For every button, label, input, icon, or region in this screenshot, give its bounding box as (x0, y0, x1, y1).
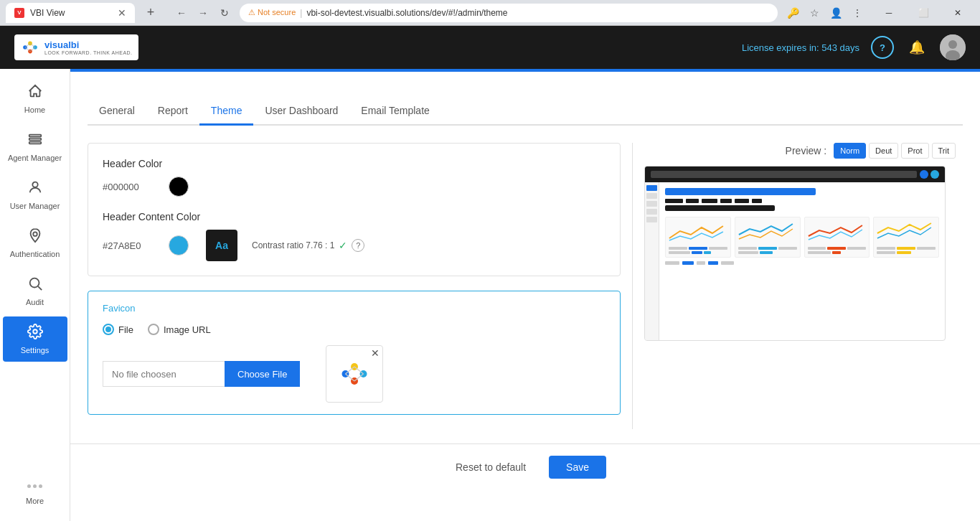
mockup-body (645, 182, 945, 340)
tab-email-template[interactable]: Email Template (349, 98, 440, 126)
url-text: vbi-sol-devtest.visualbi.solutions/dev/#… (306, 8, 507, 18)
choose-file-button[interactable]: Choose File (225, 361, 300, 387)
preview-mode-prot[interactable]: Prot (901, 143, 928, 159)
sidebar-item-home[interactable]: Home (3, 76, 67, 121)
sidebar-item-agent-manager[interactable]: Agent Manager (3, 124, 67, 169)
svg-point-15 (32, 182, 37, 187)
mockup-card-2 (735, 217, 801, 258)
header-color-controls: #000000 (103, 177, 606, 197)
reset-button[interactable]: Reset to default (444, 456, 537, 479)
logo-icon (20, 37, 40, 57)
tab-report[interactable]: Report (146, 98, 199, 126)
tab-close-icon[interactable]: ✕ (118, 7, 126, 19)
browser-actions: 🔑 ☆ 👤 ⋮ (783, 4, 867, 22)
forward-button[interactable]: → (194, 4, 212, 22)
svg-rect-12 (29, 135, 41, 137)
favicon-preview-close-icon[interactable]: ✕ (371, 347, 380, 359)
image-url-radio[interactable]: Image URL (148, 324, 211, 335)
authentication-icon (27, 227, 43, 247)
profile-icon[interactable]: 👤 (826, 4, 845, 22)
mockup-chip (735, 199, 749, 203)
back-button[interactable]: ← (172, 4, 191, 22)
contrast-help-icon[interactable]: ? (352, 239, 364, 252)
tab-user-dashboard[interactable]: User Dashboard (253, 98, 349, 126)
browser-chrome: V VBI View ✕ + ← → ↻ ⚠ Not secure | vbi-… (0, 0, 980, 26)
right-column: Preview : Norm Deut Prot Trit (633, 143, 963, 429)
notification-bell-icon[interactable]: 🔔 (905, 36, 928, 59)
maximize-button[interactable]: ⬜ (907, 0, 940, 26)
sidebar: Home Agent Manager (0, 69, 70, 521)
save-button[interactable]: Save (549, 456, 606, 479)
logo-text: visualbi LOOK FORWARD. THINK AHEAD. (44, 39, 133, 55)
refresh-button[interactable]: ↻ (215, 4, 234, 22)
header-content-color-swatch[interactable] (169, 235, 189, 255)
svg-point-16 (33, 232, 37, 236)
app-header: visualbi LOOK FORWARD. THINK AHEAD. Lice… (0, 26, 980, 69)
svg-point-19 (33, 329, 37, 334)
favicon-preview: ✕ (326, 345, 383, 403)
address-bar[interactable]: ⚠ Not secure | vbi-sol-devtest.visualbi.… (240, 4, 778, 22)
audit-icon (27, 276, 43, 295)
help-button[interactable]: ? (871, 36, 894, 59)
tabs: General Report Theme User Dashboard Emai… (88, 98, 963, 126)
new-tab-button[interactable]: + (141, 3, 161, 23)
preview-mode-norm[interactable]: Norm (834, 143, 866, 159)
tab-label: VBI View (30, 8, 112, 18)
app-logo: visualbi LOOK FORWARD. THINK AHEAD. (14, 34, 138, 60)
preview-mode-trit[interactable]: Trit (932, 143, 956, 159)
file-input[interactable] (103, 361, 225, 387)
sidebar-item-audit[interactable]: Audit (3, 268, 67, 314)
bottom-actions: Reset to default Save (70, 443, 980, 490)
header-content-color-hex: #27A8E0 (103, 240, 160, 251)
tab-general[interactable]: General (88, 98, 146, 126)
mockup-card-4 (873, 217, 939, 258)
preview-mode-deut[interactable]: Deut (869, 143, 898, 159)
sidebar-item-authentication-label: Authentication (10, 250, 60, 258)
mockup-chip (702, 199, 717, 203)
svg-rect-14 (29, 142, 41, 144)
sidebar-item-user-manager-label: User Manager (10, 202, 60, 210)
close-button[interactable]: ✕ (941, 0, 974, 26)
menu-icon[interactable]: ⋮ (848, 4, 867, 22)
mockup-sidebar-item (646, 201, 657, 207)
contrast-ratio-text: Contrast ratio 7.76 : 1 (252, 240, 334, 250)
header-content-color-row: Header Content Color #27A8E0 Aa Contrast… (103, 211, 606, 261)
sidebar-item-home-label: Home (24, 105, 45, 114)
mockup-content-area (659, 182, 945, 340)
sidebar-item-agent-manager-label: Agent Manager (8, 154, 62, 162)
sidebar-item-authentication[interactable]: Authentication (3, 220, 67, 266)
contrast-info: Contrast ratio 7.76 : 1 ✓ ? (252, 239, 364, 252)
user-manager-icon (27, 179, 43, 199)
sidebar-item-user-manager[interactable]: User Manager (3, 172, 67, 217)
bookmark-icon[interactable]: ☆ (805, 4, 824, 22)
main-layout: Home Agent Manager (0, 69, 980, 521)
mockup-blue-bar (665, 188, 816, 195)
more-dots (27, 484, 42, 488)
settings-icon (27, 324, 43, 343)
key-icon[interactable]: 🔑 (783, 4, 802, 22)
favicon-preview-image (336, 356, 372, 392)
mockup-card-1-chips (669, 247, 727, 250)
color-preview-box: Aa (206, 230, 237, 261)
two-column-layout: Header Color #000000 Header Content Colo… (88, 143, 963, 429)
file-upload-row: Choose File ✕ (103, 345, 606, 403)
svg-point-10 (948, 40, 957, 49)
sidebar-item-settings[interactable]: Settings (3, 316, 67, 362)
mockup-card-3 (804, 217, 870, 258)
header-content-color-controls: #27A8E0 Aa Contrast ratio 7.76 : 1 ✓ ? (103, 230, 606, 261)
mockup-bottom-chips (665, 261, 939, 265)
home-icon (27, 83, 43, 103)
header-color-swatch[interactable] (169, 177, 189, 197)
sidebar-item-settings-label: Settings (21, 346, 50, 355)
tab-theme[interactable]: Theme (199, 98, 254, 126)
browser-tab[interactable]: V VBI View ✕ (6, 3, 135, 23)
file-radio[interactable]: File (103, 324, 133, 335)
user-avatar[interactable] (940, 34, 966, 60)
mockup-header (645, 166, 945, 182)
mockup-card-1 (665, 217, 731, 258)
colors-section: Header Color #000000 Header Content Colo… (88, 143, 621, 276)
logo-box: visualbi LOOK FORWARD. THINK AHEAD. (14, 34, 138, 60)
minimize-button[interactable]: ─ (872, 0, 905, 26)
header-color-label: Header Color (103, 158, 606, 169)
mockup-dark-bar (665, 205, 775, 211)
